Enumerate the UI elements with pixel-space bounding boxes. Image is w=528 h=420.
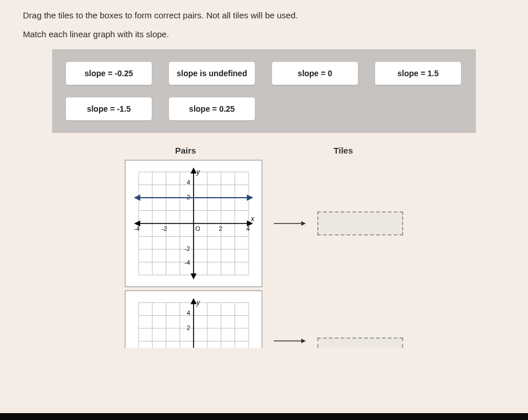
svg-text:4: 4	[187, 179, 190, 186]
y-axis-label: y	[196, 168, 200, 176]
tile-slope-1-5[interactable]: slope = 1.5	[375, 62, 461, 85]
graph-2-svg: y 4 2	[132, 297, 255, 348]
svg-marker-22	[191, 168, 196, 173]
svg-text:2: 2	[187, 324, 190, 331]
graph-2: y 4 2	[125, 291, 262, 348]
arrow-icon-2	[273, 335, 307, 347]
svg-text:2: 2	[219, 225, 222, 232]
pair-row-1: y x 4 2 -2 -4 -4 -2 O 2 4	[125, 160, 403, 287]
arrow-icon	[273, 218, 307, 229]
svg-text:-2: -2	[184, 245, 190, 252]
tile-slope-0[interactable]: slope = 0	[272, 62, 358, 85]
pairs-header: Pairs	[175, 146, 196, 155]
svg-marker-56	[301, 339, 306, 343]
svg-marker-37	[301, 221, 306, 226]
tile-slope-neg-1-5[interactable]: slope = -1.5	[66, 97, 152, 120]
bottom-bar	[0, 413, 528, 420]
svg-marker-34	[135, 195, 140, 200]
tile-slope-neg-0-25[interactable]: slope = -0.25	[66, 62, 152, 85]
svg-marker-23	[191, 274, 196, 278]
tile-slope-undefined[interactable]: slope is undefined	[169, 62, 255, 85]
column-headers: Pairs Tiles	[0, 146, 528, 155]
subinstruction-text: Match each linear graph with its slope.	[0, 23, 528, 49]
tiles-header: Tiles	[333, 146, 353, 155]
graph-1-svg: y x 4 2 -2 -4 -4 -2 O 2 4	[132, 166, 255, 281]
graph-1: y x 4 2 -2 -4 -4 -2 O 2 4	[125, 160, 262, 287]
svg-text:O: O	[195, 225, 200, 232]
y-axis-label-2: y	[196, 299, 200, 307]
tile-slope-0-25[interactable]: slope = 0.25	[169, 97, 255, 120]
pairs-area: y x 4 2 -2 -4 -4 -2 O 2 4	[0, 160, 528, 348]
pair-row-2: y 4 2	[125, 291, 403, 348]
dropzone-1[interactable]	[317, 211, 403, 235]
svg-marker-35	[247, 195, 252, 200]
svg-text:4: 4	[187, 309, 190, 316]
svg-text:-4: -4	[184, 259, 190, 266]
x-axis-label: x	[250, 215, 255, 223]
tile-bank: slope = -0.25 slope is undefined slope =…	[52, 49, 476, 133]
svg-text:-2: -2	[161, 225, 167, 232]
instruction-text: Drag the tiles to the boxes to form corr…	[0, 0, 528, 23]
dropzone-2[interactable]	[317, 337, 403, 348]
svg-marker-52	[191, 299, 196, 304]
svg-text:-4: -4	[134, 225, 140, 232]
svg-text:4: 4	[246, 225, 250, 232]
